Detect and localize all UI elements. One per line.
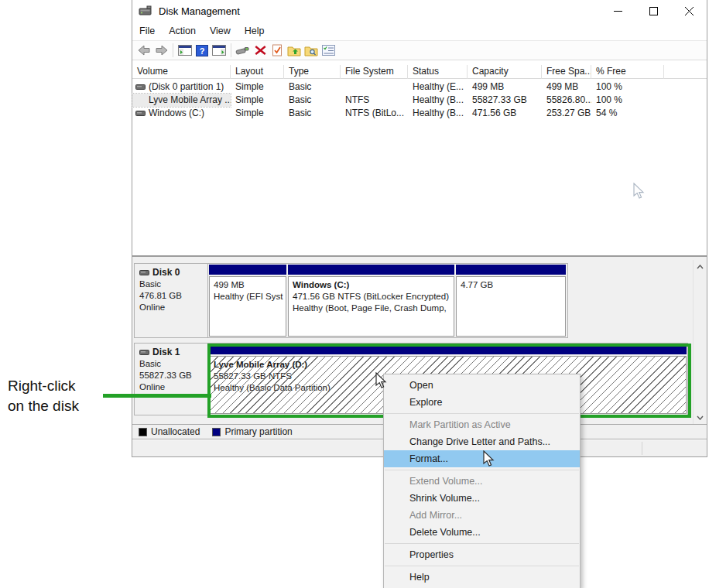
back-icon [138,45,151,56]
disk0-row: Disk 0 Basic 476.81 GB Online 499 MB Hea… [134,263,568,338]
show-action-pane-icon [212,45,226,56]
menu-item-extend-volume: Extend Volume... [384,473,580,490]
cell-free-space: 499 MB [542,80,591,94]
check-document-button[interactable] [269,43,286,58]
menu-item-mark-partition-active: Mark Partition as Active [384,416,580,433]
chevron-down-icon [697,415,704,420]
forward-button[interactable] [152,43,170,58]
primary-partition-swatch [212,428,221,436]
volume-row-disk0-partition1[interactable]: (Disk 0 partition 1) Simple Basic Health… [132,80,702,94]
menu-item-delete-volume[interactable]: Delete Volume... [384,524,580,541]
menu-action[interactable]: Action [162,23,203,39]
title-bar[interactable]: Disk Management [132,0,707,22]
cell-layout: Simple [231,80,284,94]
close-button[interactable] [671,0,707,22]
menu-file[interactable]: File [132,23,162,39]
rescan-disks-button[interactable] [235,43,252,58]
cell-status: Healthy (B... [408,107,468,120]
window-title: Disk Management [159,5,240,17]
volume-table-header: Volume Layout Type File System Status Ca… [132,65,707,79]
search-folder-button[interactable] [303,43,320,58]
cell-status: Healthy (B... [408,94,468,107]
partition-header-bar [209,265,286,275]
cell-free-space: 253.27 GB [542,107,591,120]
legend-unallocated: Unallocated [139,426,200,437]
maximize-button[interactable] [635,0,671,22]
disk-management-app-icon [139,5,152,17]
disk0-name: Disk 0 [152,267,180,279]
help-button[interactable]: ? [194,43,211,58]
delete-volume-button[interactable] [252,43,269,58]
partition-header-bar [288,265,454,275]
menu-bar: File Action View Help [132,22,707,40]
scroll-down-button[interactable] [694,411,707,424]
unallocated-swatch [139,428,147,436]
show-action-pane-button[interactable] [211,43,228,58]
disk0-partition-windows-c[interactable]: Windows (C:) 471.56 GB NTFS (BitLocker E… [288,265,454,337]
disk0-partition-efi[interactable]: 499 MB Healthy (EFI Syst [209,265,286,337]
column-header-type[interactable]: Type [284,65,341,79]
partition-header-bar [209,344,687,354]
cell-volume: Windows (C:) [132,107,231,120]
menu-view[interactable]: View [203,23,238,39]
menu-item-format[interactable]: Format... [384,450,580,467]
disk-icon [139,270,149,275]
annotation-callout-line [103,394,211,398]
disk1-status: Online [139,381,207,393]
menu-item-properties[interactable]: Properties [384,546,580,563]
cell-status: Healthy (E... [408,80,468,94]
export-folder-button[interactable] [286,43,303,58]
status-bar-divider [642,442,642,455]
maximize-icon [649,7,658,15]
show-console-tree-button[interactable] [176,43,194,58]
volume-row-lyve-mobile-array[interactable]: Lyve Mobile Array ... Simple Basic NTFS … [132,94,702,107]
column-header-volume[interactable]: Volume [132,65,231,79]
check-document-icon [272,44,283,56]
delete-x-icon [255,45,266,56]
menu-separator [385,470,579,470]
column-header-file-system[interactable]: File System [341,65,408,79]
rescan-disks-icon [235,45,251,56]
menu-item-shrink-volume[interactable]: Shrink Volume... [384,490,580,507]
disk0-info[interactable]: Disk 0 Basic 476.81 GB Online [135,264,208,337]
menu-item-change-drive-letter[interactable]: Change Drive Letter and Paths... [384,433,580,450]
cell-type: Basic [284,107,341,120]
cell-file-system: NTFS (BitLo... [341,107,408,120]
vertical-scrollbar[interactable] [693,260,706,424]
properties-list-button[interactable] [320,43,337,58]
legend-primary-partition: Primary partition [212,426,292,437]
disk1-name: Disk 1 [152,347,180,358]
chevron-up-icon [697,265,704,269]
column-header-status[interactable]: Status [408,65,468,79]
column-header-layout[interactable]: Layout [231,65,284,79]
disk0-partition-recovery[interactable]: 4.77 GB [456,265,566,337]
partition-title: Windows (C:) [293,279,450,291]
cell-file-system: NTFS [341,94,408,107]
disk1-info[interactable]: Disk 1 Basic 55827.33 GB Online [135,344,208,415]
minimize-button[interactable] [600,0,635,22]
column-header-free-space[interactable]: Free Spa... [542,65,591,79]
cell-layout: Simple [231,107,284,120]
menu-help[interactable]: Help [238,23,272,39]
back-button[interactable] [135,43,152,58]
menu-item-explore[interactable]: Explore [384,394,580,411]
cell-type: Basic [284,94,341,107]
partition-size: 471.56 GB NTFS (BitLocker Encrypted) [293,291,450,303]
screenshot-stage: Disk Management File Action View Help [0,0,709,588]
cell-capacity: 471.56 GB [468,107,542,120]
legend-label: Unallocated [151,426,200,437]
menu-item-help[interactable]: Help [384,569,580,586]
scroll-up-button[interactable] [694,260,707,273]
menu-item-open[interactable]: Open [384,377,580,394]
help-icon: ? [196,45,208,56]
column-header-capacity[interactable]: Capacity [468,65,542,79]
toolbar: ? [132,40,707,60]
cell-layout: Simple [231,94,284,107]
column-header-pct-free[interactable]: % Free [591,65,664,79]
menu-separator [385,413,579,414]
volume-row-windows-c[interactable]: Windows (C:) Simple Basic NTFS (BitLo...… [132,107,702,120]
toolbar-separator [173,43,173,57]
cell-pct-free: 100 % [591,94,664,107]
annotation-text: Right-click on the disk [8,376,79,416]
cell-capacity: 55827.33 GB [468,94,542,107]
